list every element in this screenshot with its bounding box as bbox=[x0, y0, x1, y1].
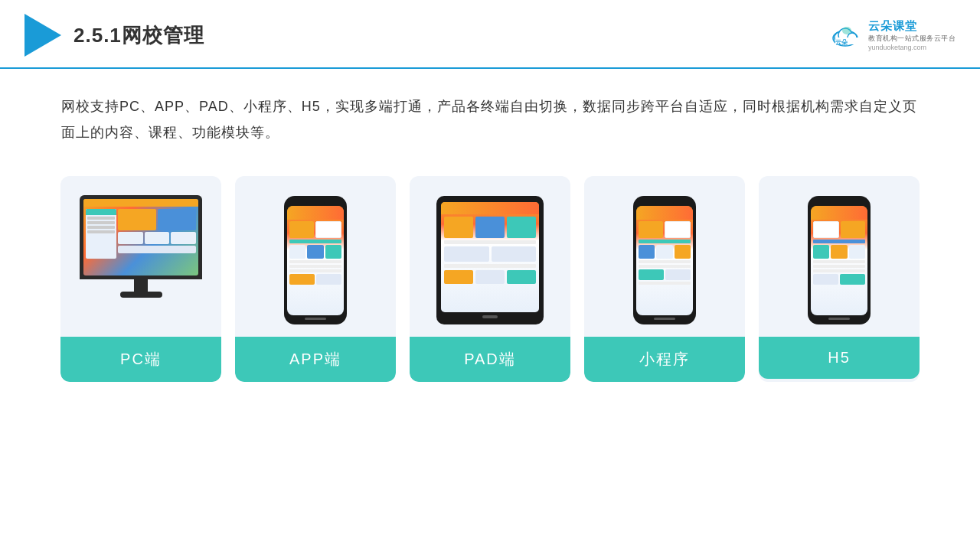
description-text: 网校支持PC、APP、PAD、小程序、H5，实现多端打通，产品各终端自由切换，数… bbox=[0, 69, 980, 161]
logo-triangle-icon bbox=[24, 14, 61, 57]
svg-point-6 bbox=[842, 27, 851, 34]
description-paragraph: 网校支持PC、APP、PAD、小程序、H5，实现多端打通，产品各终端自由切换，数… bbox=[61, 93, 919, 145]
brand-url: yunduoketang.com bbox=[868, 44, 926, 51]
svg-text:云朵: 云朵 bbox=[835, 39, 848, 46]
pc-mockup bbox=[76, 195, 206, 325]
brand-name: 云朵课堂 bbox=[868, 19, 917, 34]
card-pc-image bbox=[60, 176, 221, 337]
header-right: 云朵 云朵课堂 教育机构一站式服务云平台 yunduoketang.com bbox=[830, 19, 956, 51]
cloud-icon: 云朵 bbox=[830, 23, 864, 47]
phone-mockup-h5 bbox=[808, 196, 871, 324]
card-pad-image bbox=[410, 176, 570, 337]
tablet-mockup bbox=[436, 196, 544, 324]
card-app-label: APP端 bbox=[235, 337, 396, 382]
card-pad-label: PAD端 bbox=[410, 337, 570, 382]
card-miniprogram: 小程序 bbox=[584, 176, 745, 382]
header: 2.5.1网校管理 云朵 云朵课堂 教育机构一站式服务云平台 yunduoket… bbox=[0, 0, 980, 69]
brand-subtitle: 教育机构一站式服务云平台 bbox=[868, 34, 956, 44]
card-app-image bbox=[235, 176, 396, 337]
page-title: 2.5.1网校管理 bbox=[74, 22, 204, 49]
card-miniprogram-label: 小程序 bbox=[584, 337, 745, 382]
brand-logo: 云朵 云朵课堂 教育机构一站式服务云平台 yunduoketang.com bbox=[830, 19, 956, 51]
brand-text: 云朵课堂 教育机构一站式服务云平台 yunduoketang.com bbox=[868, 19, 956, 51]
card-miniprogram-image bbox=[584, 176, 745, 337]
phone-mockup-app bbox=[284, 196, 347, 324]
card-pc: PC端 bbox=[60, 176, 221, 382]
card-pc-label: PC端 bbox=[60, 337, 221, 382]
card-app: APP端 bbox=[235, 176, 396, 382]
header-left: 2.5.1网校管理 bbox=[24, 14, 204, 57]
card-pad: PAD端 bbox=[410, 176, 570, 382]
card-h5: H5 bbox=[759, 176, 920, 382]
card-h5-label: H5 bbox=[759, 337, 920, 379]
phone-mockup-miniprogram bbox=[633, 196, 696, 324]
card-h5-image bbox=[759, 176, 920, 337]
cards-container: PC端 bbox=[0, 161, 980, 405]
